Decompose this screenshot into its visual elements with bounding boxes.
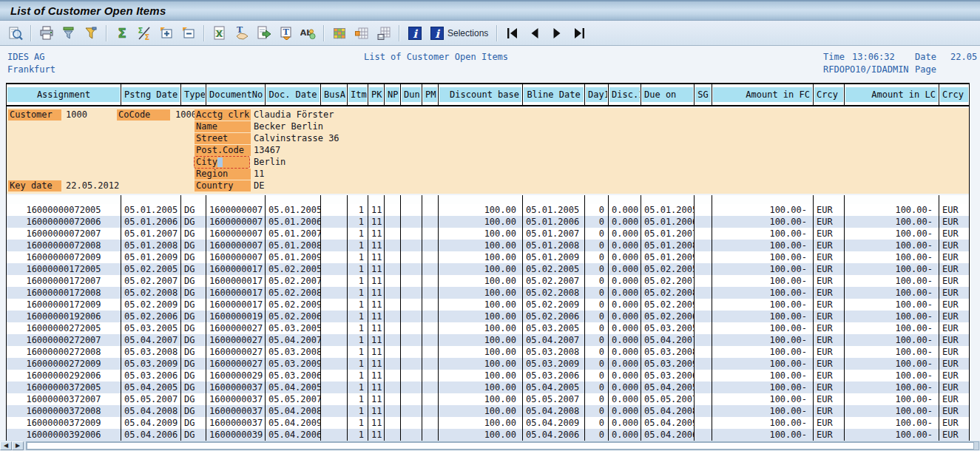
cell-sg[interactable] bbox=[695, 417, 712, 429]
cell-doc-date[interactable]: 05.01.2007 bbox=[266, 228, 321, 240]
table-row[interactable]: 1600000027200505.03.2005DG160000002705.0… bbox=[7, 322, 970, 334]
cell-busa[interactable] bbox=[321, 251, 348, 263]
cell-assignment[interactable]: 16000000172009 bbox=[7, 299, 121, 311]
cell-discount-base[interactable]: 100.00 bbox=[439, 228, 523, 240]
cell-disc1[interactable]: 0.000 bbox=[609, 216, 641, 228]
cell-document-no[interactable]: 1600000017 bbox=[206, 275, 266, 287]
cell-sg[interactable] bbox=[695, 204, 712, 216]
cell-busa[interactable] bbox=[321, 393, 348, 405]
cell-discount-base[interactable]: 100.00 bbox=[439, 405, 523, 417]
cell-bline-date[interactable]: 05.04.2009 bbox=[523, 417, 585, 429]
cell-amount-fc[interactable]: 100.00- bbox=[712, 311, 814, 322]
cell-pstng-date[interactable]: 05.03.2009 bbox=[121, 358, 181, 370]
cell-discount-base[interactable]: 100.00 bbox=[439, 358, 523, 370]
cell-itm[interactable]: 1 bbox=[348, 251, 368, 263]
cell-amount-lc[interactable]: 100.00- bbox=[845, 311, 939, 322]
cell-amount-lc[interactable]: 100.00- bbox=[845, 299, 939, 311]
cell-assignment[interactable]: 16000000072006 bbox=[7, 216, 121, 228]
cell-pm[interactable] bbox=[422, 417, 439, 429]
cell-pk[interactable]: 11 bbox=[368, 204, 385, 216]
cell-dun[interactable] bbox=[401, 334, 422, 346]
cell-assignment[interactable]: 16000000172005 bbox=[7, 263, 121, 275]
cell-crcy-lc[interactable]: EUR bbox=[939, 346, 970, 358]
cell-type[interactable]: DG bbox=[181, 299, 206, 311]
table-row[interactable]: 1600000027200705.04.2007DG160000002705.0… bbox=[7, 334, 970, 346]
cell-doc-date[interactable]: 05.02.2007 bbox=[266, 275, 321, 287]
cell-bline-date[interactable]: 05.01.2005 bbox=[523, 204, 585, 216]
cell-doc-date[interactable]: 05.01.2006 bbox=[266, 216, 321, 228]
cell-crcy-fc[interactable]: EUR bbox=[814, 322, 845, 334]
cell-sg[interactable] bbox=[695, 263, 712, 275]
cell-disc1[interactable]: 0.000 bbox=[609, 204, 641, 216]
cell-np[interactable] bbox=[385, 216, 401, 228]
cell-crcy-fc[interactable]: EUR bbox=[814, 204, 845, 216]
cell-due-on[interactable]: 05.04.2008 bbox=[641, 405, 695, 417]
cell-dun[interactable] bbox=[401, 311, 422, 322]
cell-crcy-fc[interactable]: EUR bbox=[814, 251, 845, 263]
cell-pm[interactable] bbox=[422, 405, 439, 417]
cell-due-on[interactable]: 05.02.2009 bbox=[641, 299, 695, 311]
cell-day1[interactable]: 0 bbox=[585, 263, 609, 275]
cell-assignment[interactable]: 16000000192006 bbox=[7, 311, 121, 322]
cell-day1[interactable]: 0 bbox=[585, 216, 609, 228]
cell-type[interactable]: DG bbox=[181, 382, 206, 393]
cell-pk[interactable]: 11 bbox=[368, 382, 385, 393]
cell-itm[interactable]: 1 bbox=[348, 263, 368, 275]
cell-itm[interactable]: 1 bbox=[348, 311, 368, 322]
abc-analysis-button[interactable]: Ab bbox=[299, 24, 318, 43]
cell-discount-base[interactable]: 100.00 bbox=[439, 346, 523, 358]
cell-np[interactable] bbox=[385, 358, 401, 370]
cell-itm[interactable]: 1 bbox=[348, 299, 368, 311]
cell-amount-fc[interactable]: 100.00- bbox=[712, 382, 814, 393]
cell-pstng-date[interactable]: 05.03.2008 bbox=[121, 346, 181, 358]
cell-amount-lc[interactable]: 100.00- bbox=[845, 393, 939, 405]
cell-amount-lc[interactable]: 100.00- bbox=[845, 370, 939, 382]
cell-pm[interactable] bbox=[422, 216, 439, 228]
cell-sg[interactable] bbox=[695, 228, 712, 240]
cell-dun[interactable] bbox=[401, 204, 422, 216]
cell-discount-base[interactable]: 100.00 bbox=[439, 370, 523, 382]
cell-due-on[interactable]: 05.03.2005 bbox=[641, 322, 695, 334]
cell-bline-date[interactable]: 05.02.2007 bbox=[523, 275, 585, 287]
cell-crcy-fc[interactable]: EUR bbox=[814, 263, 845, 275]
cell-np[interactable] bbox=[385, 263, 401, 275]
cell-type[interactable]: DG bbox=[181, 311, 206, 322]
cell-doc-date[interactable]: 05.01.2005 bbox=[266, 204, 321, 216]
cell-sg[interactable] bbox=[695, 334, 712, 346]
cell-itm[interactable]: 1 bbox=[348, 346, 368, 358]
cell-pk[interactable]: 11 bbox=[368, 240, 385, 251]
local-file-button[interactable] bbox=[254, 24, 274, 43]
cell-discount-base[interactable]: 100.00 bbox=[439, 299, 523, 311]
cell-disc1[interactable]: 0.000 bbox=[609, 417, 641, 429]
cell-crcy-lc[interactable]: EUR bbox=[939, 393, 970, 405]
cell-amount-fc[interactable]: 100.00- bbox=[712, 240, 814, 251]
cell-due-on[interactable]: 05.01.2006 bbox=[641, 216, 695, 228]
cell-dun[interactable] bbox=[401, 393, 422, 405]
cell-np[interactable] bbox=[385, 417, 401, 429]
cell-pm[interactable] bbox=[422, 263, 439, 275]
cell-amount-lc[interactable]: 100.00- bbox=[845, 429, 939, 441]
collapse-button[interactable] bbox=[179, 24, 198, 43]
cell-crcy-fc[interactable]: EUR bbox=[814, 311, 845, 322]
cell-disc1[interactable]: 0.000 bbox=[609, 429, 641, 441]
table-row[interactable]: 1600000029200605.03.2006DG160000002905.0… bbox=[7, 370, 970, 382]
cell-sg[interactable] bbox=[695, 240, 712, 251]
cell-pstng-date[interactable]: 05.04.2006 bbox=[121, 429, 181, 441]
cell-amount-lc[interactable]: 100.00- bbox=[845, 417, 939, 429]
cell-busa[interactable] bbox=[321, 299, 348, 311]
cell-type[interactable]: DG bbox=[181, 204, 206, 216]
cell-disc1[interactable]: 0.000 bbox=[609, 334, 641, 346]
cell-bline-date[interactable]: 05.03.2005 bbox=[523, 322, 585, 334]
cell-itm[interactable]: 1 bbox=[348, 216, 368, 228]
cell-itm[interactable]: 1 bbox=[348, 393, 368, 405]
cell-pk[interactable]: 11 bbox=[368, 393, 385, 405]
cell-crcy-lc[interactable]: EUR bbox=[939, 370, 970, 382]
cell-dun[interactable] bbox=[401, 240, 422, 251]
cell-assignment[interactable]: 16000000072008 bbox=[7, 240, 121, 251]
cell-crcy-fc[interactable]: EUR bbox=[814, 429, 845, 441]
cell-crcy-lc[interactable]: EUR bbox=[939, 263, 970, 275]
cell-itm[interactable]: 1 bbox=[348, 334, 368, 346]
cell-due-on[interactable]: 05.03.2008 bbox=[641, 346, 695, 358]
cell-crcy-lc[interactable]: EUR bbox=[939, 322, 970, 334]
cell-crcy-lc[interactable]: EUR bbox=[939, 216, 970, 228]
